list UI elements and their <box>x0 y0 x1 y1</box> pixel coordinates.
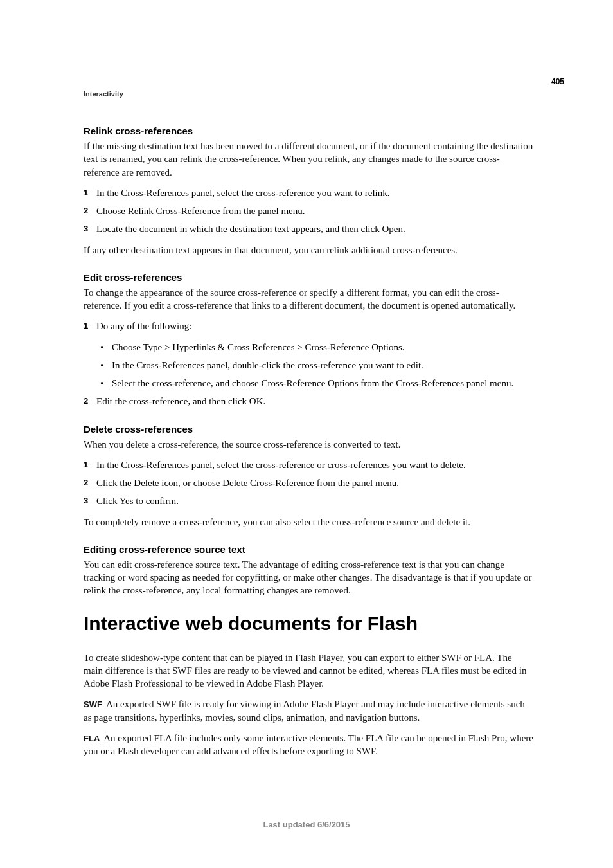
footer-updated: Last updated 6/6/2015 <box>0 820 613 829</box>
step-num: 3 <box>84 222 96 235</box>
step-num: 3 <box>84 494 96 507</box>
page-number: 405 <box>547 77 564 86</box>
running-header: Interactivity <box>84 90 123 98</box>
bullet-icon: • <box>100 341 112 354</box>
bullet-icon: • <box>100 359 112 372</box>
step-item: 2Edit the cross-reference, and then clic… <box>84 395 533 408</box>
para: To create slideshow-type content that ca… <box>84 651 533 691</box>
para-swf: SWFAn exported SWF file is ready for vie… <box>84 698 533 724</box>
step-item: 1In the Cross-References panel, select t… <box>84 458 533 471</box>
section-edit: Edit cross-references To change the appe… <box>84 272 533 408</box>
step-text: Do any of the following: <box>96 320 191 332</box>
section-source-text: Editing cross-reference source text You … <box>84 544 533 597</box>
step-text: Click the Delete icon, or choose Delete … <box>96 476 399 489</box>
sub-text: Choose Type > Hyperlinks & Cross Referen… <box>112 341 405 354</box>
bullet-icon: • <box>100 377 112 390</box>
step-item: 3Locate the document in which the destin… <box>84 222 533 235</box>
step-text: Click Yes to confirm. <box>96 494 179 507</box>
content-area: Relink cross-references If the missing d… <box>84 125 533 765</box>
para: If the missing destination text has been… <box>84 140 533 179</box>
step-item: 1In the Cross-References panel, select t… <box>84 186 533 199</box>
step-text: Edit the cross-reference, and then click… <box>96 395 265 408</box>
page: 405 Interactivity Relink cross-reference… <box>0 0 613 868</box>
para-fla: FLAAn exported FLA file includes only so… <box>84 732 533 758</box>
sub-item: •Select the cross-reference, and choose … <box>100 377 533 390</box>
subhead-delete: Delete cross-references <box>84 424 533 435</box>
subhead-source-text: Editing cross-reference source text <box>84 544 533 555</box>
steps-list: 1Do any of the following: <box>84 320 533 332</box>
para: To change the appearance of the source c… <box>84 286 533 312</box>
swf-text: An exported SWF file is ready for viewin… <box>84 699 525 722</box>
step-text: In the Cross-References panel, select th… <box>96 458 466 471</box>
step-num: 2 <box>84 204 96 217</box>
section-relink: Relink cross-references If the missing d… <box>84 125 533 257</box>
step-num: 1 <box>84 458 96 471</box>
para: To completely remove a cross-reference, … <box>84 516 533 529</box>
sub-text: Select the cross-reference, and choose C… <box>112 377 513 390</box>
sub-bullet-list: •Choose Type > Hyperlinks & Cross Refere… <box>100 341 533 390</box>
para: When you delete a cross-reference, the s… <box>84 438 533 451</box>
step-text: Locate the document in which the destina… <box>96 222 405 235</box>
step-item: 1Do any of the following: <box>84 320 533 332</box>
subhead-relink: Relink cross-references <box>84 125 533 136</box>
step-num: 1 <box>84 186 96 199</box>
sub-item: •Choose Type > Hyperlinks & Cross Refere… <box>100 341 533 354</box>
steps-list: 1In the Cross-References panel, select t… <box>84 186 533 236</box>
runin-fla: FLA <box>84 734 100 743</box>
sub-text: In the Cross-References panel, double-cl… <box>112 359 423 372</box>
step-num: 2 <box>84 395 96 407</box>
sub-item: •In the Cross-References panel, double-c… <box>100 359 533 372</box>
step-num: 2 <box>84 476 96 489</box>
para: If any other destination text appears in… <box>84 244 533 257</box>
section-delete: Delete cross-references When you delete … <box>84 424 533 529</box>
steps-list: 1In the Cross-References panel, select t… <box>84 458 533 508</box>
steps-list: 2Edit the cross-reference, and then clic… <box>84 395 533 408</box>
runin-swf: SWF <box>84 700 102 709</box>
step-text: Choose Relink Cross-Reference from the p… <box>96 204 305 217</box>
step-item: 3Click Yes to confirm. <box>84 494 533 507</box>
step-num: 1 <box>84 320 96 332</box>
subhead-edit: Edit cross-references <box>84 272 533 283</box>
para: You can edit cross-reference source text… <box>84 558 533 597</box>
step-item: 2Click the Delete icon, or choose Delete… <box>84 476 533 489</box>
step-text: In the Cross-References panel, select th… <box>96 186 389 199</box>
step-item: 2Choose Relink Cross-Reference from the … <box>84 204 533 217</box>
fla-text: An exported FLA file includes only some … <box>84 733 533 756</box>
heading-flash: Interactive web documents for Flash <box>84 613 533 635</box>
